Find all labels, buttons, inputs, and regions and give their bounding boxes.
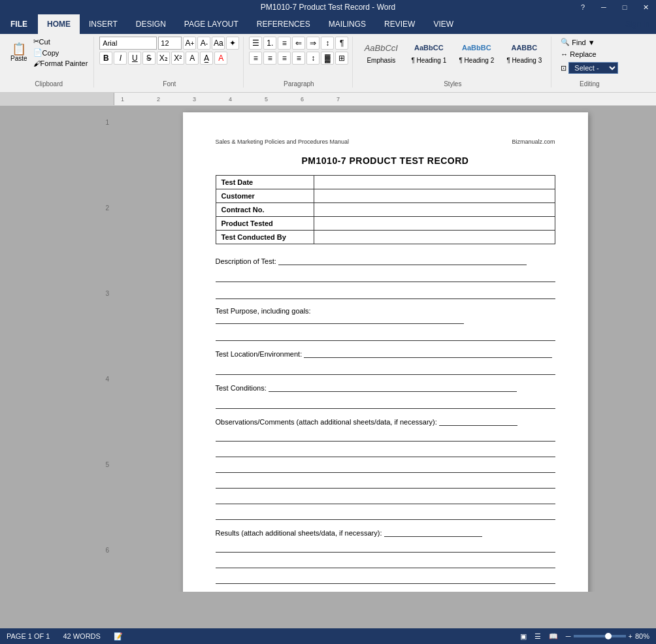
maximize-button[interactable]: □ <box>614 0 635 14</box>
observations-line1[interactable] <box>439 417 517 426</box>
strikethrough-button[interactable]: S̶ <box>142 52 156 65</box>
conditions-line1[interactable] <box>269 383 517 392</box>
style-heading1[interactable]: AaBbCC ¶ Heading 1 <box>406 37 451 66</box>
conditions-label: Test Conditions: <box>216 384 269 392</box>
close-button[interactable]: ✕ <box>635 0 656 14</box>
clear-format-button[interactable]: ✦ <box>226 37 239 50</box>
select-button[interactable]: ⊡ Select - Select All <box>557 61 622 75</box>
style-heading2[interactable]: AaBbBC ¶ Heading 2 <box>453 37 499 66</box>
styles-label: Styles <box>444 80 461 88</box>
conditions-line2[interactable] <box>216 400 555 409</box>
change-case-button[interactable]: Aa <box>212 37 225 50</box>
font-shrink-button[interactable]: A- <box>197 37 210 50</box>
style-heading3[interactable]: AABBC ¶ Heading 3 <box>501 37 547 66</box>
sign-in-button[interactable]: Sign in <box>619 14 656 34</box>
tab-home[interactable]: HOME <box>38 14 80 34</box>
conditions-field: Test Conditions: <box>216 383 555 409</box>
increase-indent-button[interactable]: ⇒ <box>306 37 320 50</box>
numbering-button[interactable]: 1. <box>263 37 276 50</box>
font-controls: A+ A- Aa ✦ B I U S̶ X₂ X² A A̲ A <box>99 37 239 65</box>
obs-line7[interactable] <box>216 511 555 520</box>
purpose-line1[interactable] <box>216 315 464 324</box>
text-effects-button[interactable]: A <box>186 52 199 65</box>
obs-line2[interactable] <box>216 432 555 442</box>
text-highlight-button[interactable]: A̲ <box>200 52 213 65</box>
observations-field: Observations/Comments (attach additional… <box>216 417 555 520</box>
style-emphasis[interactable]: AaBbCcI Emphasis <box>358 37 404 66</box>
obs-line3[interactable] <box>216 448 555 457</box>
file-tab[interactable]: FILE <box>0 14 38 34</box>
value-contract[interactable] <box>314 203 555 217</box>
location-line2[interactable] <box>216 366 555 375</box>
multilevel-button[interactable]: ≡ <box>278 37 291 50</box>
line-spacing-button[interactable]: ↕ <box>306 52 320 65</box>
tab-page-layout[interactable]: PAGE LAYOUT <box>175 14 248 34</box>
paste-button[interactable]: 📋 Paste <box>8 42 30 63</box>
description-line3[interactable] <box>216 290 555 299</box>
decrease-indent-button[interactable]: ⇐ <box>292 37 305 50</box>
res-line3[interactable] <box>216 559 555 568</box>
title-bar: PM1010-7 Product Test Record - Word ? ─ … <box>0 0 656 14</box>
tab-design[interactable]: DESIGN <box>127 14 175 34</box>
description-line2[interactable] <box>216 273 555 282</box>
res-line2[interactable] <box>216 543 555 553</box>
style-heading1-preview: AaBbCC <box>414 39 444 57</box>
underline-button[interactable]: U <box>128 52 141 65</box>
tab-references[interactable]: REFERENCES <box>248 14 320 34</box>
replace-button[interactable]: ↔ Replace <box>557 49 622 59</box>
res-line4[interactable] <box>216 575 555 584</box>
borders-button[interactable]: ⊞ <box>335 52 348 65</box>
table-row-customer: Customer <box>216 189 555 203</box>
tab-view[interactable]: VIEW <box>424 14 463 34</box>
align-right-button[interactable]: ≡ <box>278 52 291 65</box>
select-dropdown[interactable]: Select - Select All <box>568 62 618 74</box>
document-page[interactable]: Sales & Marketing Policies and Procedure… <box>183 112 588 592</box>
font-size-input[interactable] <box>158 37 182 50</box>
bold-button[interactable]: B <box>99 52 112 65</box>
align-left-button[interactable]: ≡ <box>249 52 262 65</box>
subscript-button[interactable]: X₂ <box>157 52 170 65</box>
description-label: Description of Test: <box>216 257 278 265</box>
header-right: Bizmanualz.com <box>512 138 555 145</box>
justify-button[interactable]: ≡ <box>292 52 305 65</box>
find-icon: 🔍 <box>561 38 570 46</box>
font-grow-button[interactable]: A+ <box>183 37 196 50</box>
paragraph-label: Paragraph <box>284 80 314 88</box>
location-line1[interactable] <box>304 349 552 358</box>
font-name-input[interactable] <box>99 37 157 50</box>
cut-button[interactable]: ✂ Cut <box>31 37 90 46</box>
align-center-button[interactable]: ≡ <box>263 52 276 65</box>
label-product: Product Tested <box>216 217 314 231</box>
obs-line5[interactable] <box>216 479 555 489</box>
superscript-button[interactable]: X² <box>171 52 184 65</box>
show-formatting-button[interactable]: ¶ <box>335 37 348 50</box>
description-line1[interactable] <box>278 256 527 265</box>
italic-button[interactable]: I <box>114 52 127 65</box>
document-area: Sales & Marketing Policies and Procedure… <box>114 106 656 592</box>
find-button[interactable]: 🔍 Find ▼ <box>557 37 622 48</box>
editing-label: Editing <box>580 80 600 88</box>
bullets-button[interactable]: ☰ <box>249 37 262 50</box>
svg-text:5: 5 <box>265 96 268 103</box>
ruler-marks: 1 2 3 4 5 6 7 <box>114 93 656 105</box>
res-line5[interactable] <box>216 590 555 592</box>
value-conducted-by[interactable] <box>314 231 555 244</box>
obs-line4[interactable] <box>216 464 555 473</box>
tab-review[interactable]: REVIEW <box>375 14 424 34</box>
results-line1[interactable] <box>384 528 482 537</box>
purpose-line2[interactable] <box>216 332 555 341</box>
copy-button[interactable]: 📄 Copy <box>31 48 90 57</box>
tab-mailings[interactable]: MAILINGS <box>320 14 375 34</box>
value-testdate[interactable] <box>314 176 555 189</box>
format-painter-button[interactable]: 🖌 Format Painter <box>31 59 90 68</box>
obs-line6[interactable] <box>216 495 555 504</box>
shading-button[interactable]: ▓ <box>321 52 334 65</box>
style-heading1-label: ¶ Heading 1 <box>411 57 446 64</box>
tab-insert[interactable]: INSERT <box>80 14 127 34</box>
font-color-button[interactable]: A <box>214 52 227 65</box>
value-product[interactable] <box>314 217 555 231</box>
value-customer[interactable] <box>314 189 555 203</box>
minimize-button[interactable]: ─ <box>593 0 614 14</box>
help-button[interactable]: ? <box>572 0 593 14</box>
sort-button[interactable]: ↕ <box>321 37 334 50</box>
